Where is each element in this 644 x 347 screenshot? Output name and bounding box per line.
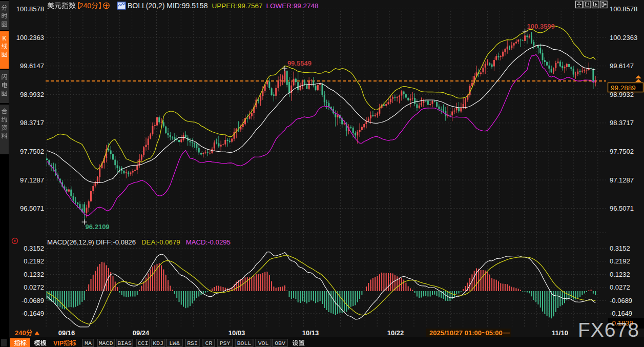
svg-text:—: — (503, 329, 510, 336)
svg-text:97.1287: 97.1287 (20, 176, 44, 184)
svg-text:99.6147: 99.6147 (20, 62, 44, 70)
svg-text:CCI: CCI (138, 340, 149, 346)
svg-text:0.3152: 0.3152 (24, 244, 44, 252)
svg-text:96.5071: 96.5071 (20, 205, 44, 212)
svg-text:100.2363: 100.2363 (610, 34, 637, 42)
svg-text:CR: CR (205, 340, 213, 346)
svg-text:100.3599: 100.3599 (527, 23, 555, 30)
svg-text:K: K (2, 35, 6, 42)
svg-text:2025/10/27 01:00~05:00: 2025/10/27 01:00~05:00 (429, 329, 503, 337)
svg-text:09/16: 09/16 (58, 329, 75, 337)
svg-text:96.5071: 96.5071 (610, 205, 634, 212)
svg-text:98.3717: 98.3717 (610, 119, 634, 127)
svg-text:100.8578: 100.8578 (16, 5, 44, 13)
svg-text:OBV: OBV (275, 340, 285, 346)
svg-text:-0.1649: -0.1649 (610, 310, 632, 317)
svg-text:98.3717: 98.3717 (20, 119, 44, 127)
svg-text:0.0272: 0.0272 (610, 283, 630, 291)
svg-text:97.7502: 97.7502 (20, 148, 44, 155)
svg-text:-0.0689: -0.0689 (610, 297, 632, 304)
svg-text:MACD(26,12,9) DIFF:-0.0826: MACD(26,12,9) DIFF:-0.0826 (47, 238, 136, 246)
svg-text:99.5549: 99.5549 (287, 59, 311, 67)
svg-text:PSY: PSY (220, 340, 231, 346)
svg-text:0.2192: 0.2192 (24, 257, 44, 265)
svg-text:MA: MA (85, 340, 92, 346)
svg-text:MACD: MACD (99, 340, 113, 346)
svg-text:97.1287: 97.1287 (610, 176, 634, 184)
svg-text:BIAS: BIAS (117, 340, 132, 346)
svg-text:100.2363: 100.2363 (16, 34, 44, 42)
svg-text:10/22: 10/22 (387, 329, 404, 337)
svg-text:09/24: 09/24 (133, 329, 150, 337)
svg-text:DEA:-0.0679: DEA:-0.0679 (141, 238, 180, 246)
svg-text:99.6147: 99.6147 (610, 62, 634, 70)
svg-text:240: 240 (79, 2, 92, 10)
svg-text:10/13: 10/13 (302, 329, 319, 337)
svg-text:100.8578: 100.8578 (610, 5, 637, 13)
svg-text:LOWER:99.2748: LOWER:99.2748 (266, 2, 319, 10)
svg-text:-0.0689: -0.0689 (22, 297, 44, 304)
svg-text:96.2109: 96.2109 (86, 223, 110, 231)
svg-text:11/10: 11/10 (552, 329, 568, 337)
svg-text:97.7502: 97.7502 (610, 148, 634, 155)
svg-text:RSI: RSI (187, 340, 198, 346)
svg-text:0.1232: 0.1232 (24, 271, 44, 278)
svg-text:0.1232: 0.1232 (610, 271, 630, 278)
svg-text:MACD:-0.0295: MACD:-0.0295 (186, 238, 231, 246)
svg-text:0.0272: 0.0272 (24, 283, 44, 291)
svg-text:KDJ: KDJ (153, 340, 163, 346)
svg-text:VIP: VIP (53, 340, 64, 347)
svg-text:BOLL(20,2) MID:99.5158: BOLL(20,2) MID:99.5158 (128, 2, 208, 10)
svg-text:UPPER:99.7567: UPPER:99.7567 (212, 2, 262, 10)
svg-text:0.2192: 0.2192 (610, 257, 630, 265)
svg-text:99.2889: 99.2889 (611, 84, 636, 92)
svg-text:240: 240 (15, 329, 26, 337)
svg-text:98.9932: 98.9932 (20, 91, 44, 98)
svg-text:-0.1649: -0.1649 (22, 310, 44, 317)
svg-text:0.3152: 0.3152 (610, 244, 630, 252)
svg-text:LW&: LW& (169, 340, 180, 346)
svg-text:VOL: VOL (258, 340, 269, 346)
svg-text:10/03: 10/03 (228, 329, 245, 337)
svg-text:BOLL: BOLL (237, 340, 252, 346)
